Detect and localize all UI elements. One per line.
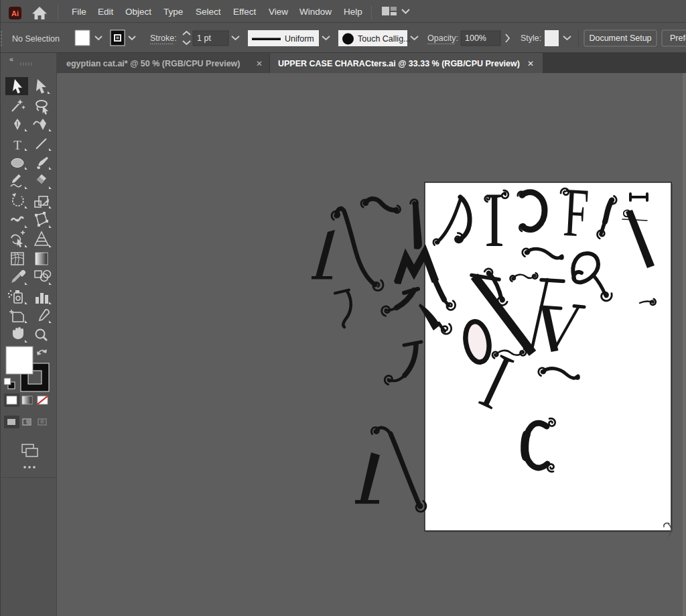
svg-text:View: View [269, 7, 288, 17]
svg-text:Ai: Ai [11, 9, 19, 17]
svg-text:No Selection: No Selection [12, 34, 60, 44]
svg-text:Uniform: Uniform [285, 34, 314, 44]
svg-text:I: I [484, 176, 504, 263]
svg-text:1 pt: 1 pt [197, 34, 211, 43]
svg-text:F: F [561, 173, 590, 251]
svg-text:Opacity:: Opacity: [427, 34, 458, 43]
svg-text:Select: Select [196, 7, 221, 17]
svg-text:Style:: Style: [521, 34, 541, 43]
svg-text:UPPER CASE CHARACters.ai @ 33.: UPPER CASE CHARACters.ai @ 33.33 % (RGB/… [278, 59, 520, 68]
svg-text:Document Setup: Document Setup [589, 34, 651, 43]
svg-text:File: File [72, 7, 86, 17]
svg-text:Prefe: Prefe [670, 34, 686, 43]
svg-text:100%: 100% [465, 34, 486, 43]
svg-text:Edit: Edit [98, 7, 114, 17]
svg-text:✕: ✕ [527, 59, 534, 68]
svg-text:Help: Help [344, 7, 362, 17]
svg-text:Type: Type [163, 7, 183, 17]
svg-text:Touch Callig...: Touch Callig... [358, 34, 411, 44]
svg-text:«: « [9, 55, 13, 63]
svg-text:Stroke:: Stroke: [150, 34, 177, 43]
svg-text:Window: Window [299, 7, 332, 17]
svg-text:Object: Object [125, 7, 151, 17]
svg-text:T: T [13, 138, 21, 152]
svg-text:Effect: Effect [233, 7, 257, 17]
svg-text:egyptian cat.ai* @ 50 % (RGB/C: egyptian cat.ai* @ 50 % (RGB/CPU Preview… [66, 59, 241, 68]
svg-text:✕: ✕ [256, 59, 263, 68]
